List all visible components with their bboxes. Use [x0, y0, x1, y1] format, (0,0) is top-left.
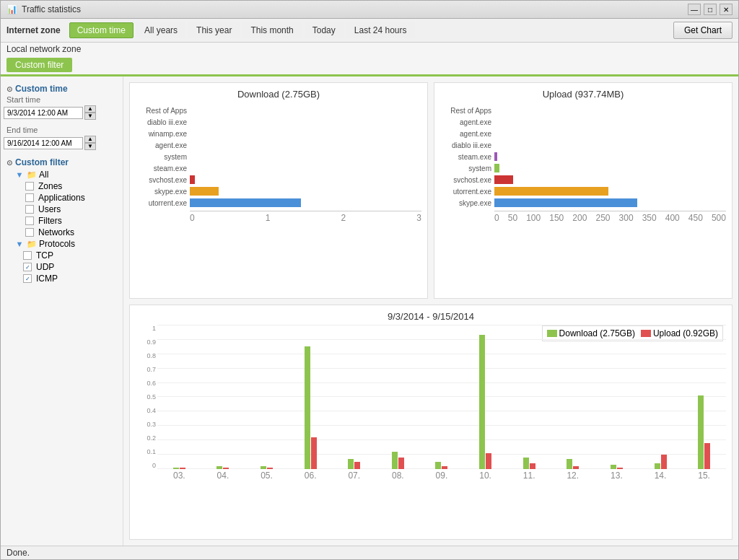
bar-fill [494, 164, 499, 172]
end-time-down[interactable]: ▼ [84, 143, 96, 150]
bar-container [494, 117, 726, 127]
bar-download [611, 465, 616, 469]
x-label: 11. [523, 471, 535, 481]
tree-item-networks[interactable]: Networks [4, 227, 120, 238]
bar-row: diablo iii.exe [440, 140, 726, 150]
bar-download [348, 459, 354, 469]
tab-all-years[interactable]: All years [136, 22, 185, 38]
y-label-03: 0.3 [136, 421, 156, 428]
main-content: ⊙ Custom time Start time ▲ ▼ End time [1, 76, 738, 546]
bar-fill [190, 187, 219, 196]
status-text: Done. [6, 548, 30, 558]
close-button[interactable]: ✕ [720, 4, 733, 15]
y-label-04: 0.4 [136, 407, 156, 414]
tree-item-zones[interactable]: Zones [4, 180, 120, 192]
expand-icon-protocols: ▼ [14, 239, 25, 249]
expand-icon: ▼ [14, 170, 25, 180]
tree-item-udp[interactable]: ✓ UDP [4, 261, 120, 273]
bar-label: utorrent.exe [440, 188, 494, 196]
tree-item-filters[interactable]: Filters [4, 215, 120, 227]
bar-label: agent.exe [440, 130, 494, 138]
checkbox-networks[interactable] [25, 228, 34, 237]
custom-time-header[interactable]: ⊙ Custom time [4, 82, 120, 95]
sidebar: ⊙ Custom time Start time ▲ ▼ End time [1, 76, 123, 546]
bottom-chart: 9/3/2014 - 9/15/2014 Download (2.75GB) U… [129, 305, 733, 540]
custom-filter-header[interactable]: ⊙ Custom filter [4, 156, 120, 169]
tree-item-protocols[interactable]: ▼ 📁 Protocols [4, 238, 120, 250]
bar-row: svchost.exe [136, 175, 421, 185]
tree-item-tcp[interactable]: TCP [4, 250, 120, 261]
bar-fill [494, 152, 497, 161]
y-label-05: 0.5 [136, 393, 156, 401]
checkbox-tcp[interactable] [23, 251, 32, 260]
window-title: Traffic statistics [22, 4, 81, 14]
minimize-button[interactable]: — [688, 4, 701, 15]
main-window: 📊 Traffic statistics — □ ✕ Internet zone… [0, 0, 739, 560]
bar-fill [190, 175, 195, 184]
bar-group [611, 465, 623, 469]
bar-row: winamp.exe [136, 128, 421, 139]
bar-container [190, 152, 421, 162]
bar-row: agent.exe [440, 117, 726, 127]
bar-upload [530, 463, 535, 469]
tab-custom-time[interactable]: Custom time [69, 22, 134, 38]
checkbox-applications[interactable] [25, 193, 34, 202]
bar-container [190, 140, 421, 150]
custom-filter-button[interactable]: Custom filter [6, 58, 72, 72]
bar-label: steam.exe [440, 153, 494, 161]
app-icon: 📊 [6, 4, 17, 14]
y-label-08: 0.8 [136, 352, 156, 359]
checkbox-icmp[interactable]: ✓ [23, 274, 32, 283]
x-label: 10. [479, 471, 491, 481]
start-time-spinner: ▲ ▼ [84, 105, 96, 120]
start-time-label: Start time [4, 95, 120, 104]
tab-last-24-hours[interactable]: Last 24 hours [346, 22, 415, 38]
bar-axis: 050100150200250300350400450500 [494, 211, 726, 223]
chevron-up-icon2: ⊙ [6, 159, 12, 167]
tab-this-year[interactable]: This year [188, 22, 240, 38]
tab-this-month[interactable]: This month [242, 22, 301, 38]
checkbox-zones[interactable] [25, 182, 34, 191]
start-time-input[interactable] [4, 107, 83, 119]
bar-label: agent.exe [440, 118, 494, 126]
bar-label: system [440, 165, 494, 172]
x-label: 14. [655, 471, 667, 481]
checkbox-filters[interactable] [25, 216, 34, 225]
tab-today[interactable]: Today [305, 22, 344, 38]
bar-group [698, 395, 710, 469]
bar-group [435, 462, 447, 469]
maximize-button[interactable]: □ [704, 4, 717, 15]
tree-item-applications[interactable]: Applications [4, 192, 120, 204]
upload-bar-chart: Rest of Appsagent.exeagent.exediablo iii… [440, 105, 726, 279]
bar-group [392, 452, 404, 469]
checkbox-users[interactable] [25, 205, 34, 214]
end-time-label: End time [4, 126, 120, 134]
tree-item-users[interactable]: Users [4, 204, 120, 215]
bar-upload [442, 466, 447, 469]
tree-item-icmp[interactable]: ✓ ICMP [4, 273, 120, 284]
x-label: 15. [698, 471, 710, 481]
bar-upload [311, 437, 317, 469]
bar-label: winamp.exe [136, 130, 190, 138]
bar-label: skype.exe [136, 188, 190, 196]
bar-download [523, 458, 529, 469]
bar-row: svchost.exe [440, 175, 726, 185]
start-time-down[interactable]: ▼ [84, 113, 96, 120]
x-label: 07. [348, 471, 360, 481]
download-bar-chart: Rest of Appsdiablo iii.exewinamp.exeagen… [136, 105, 421, 279]
end-time-up[interactable]: ▲ [84, 136, 96, 143]
get-chart-button[interactable]: Get Chart [673, 22, 733, 39]
end-time-spinner: ▲ ▼ [84, 136, 96, 150]
bar-row: steam.exe [440, 152, 726, 162]
bar-download [305, 346, 310, 469]
tree-item-all[interactable]: ▼ 📁 All [4, 169, 120, 180]
bar-group [479, 335, 491, 469]
bar-container [190, 105, 421, 115]
start-time-up[interactable]: ▲ [84, 105, 96, 113]
bar-download [655, 463, 660, 469]
end-time-input[interactable] [4, 137, 83, 149]
bar-container [494, 140, 726, 150]
checkbox-udp[interactable]: ✓ [23, 263, 32, 271]
custom-time-section: ⊙ Custom time Start time ▲ ▼ End time [4, 82, 120, 150]
y-axis: 1 0.9 0.8 0.7 0.6 0.5 0.4 0.3 0.2 0.1 0 [136, 325, 156, 469]
